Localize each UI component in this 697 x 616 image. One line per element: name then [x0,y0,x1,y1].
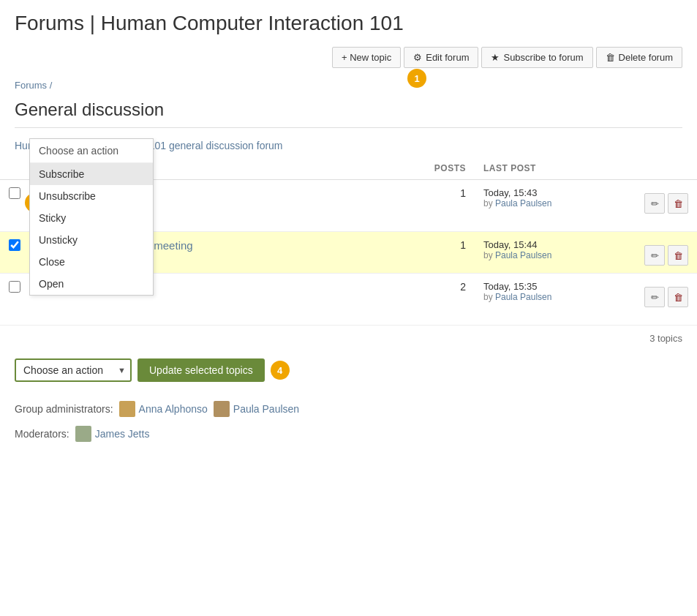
admin2-avatar [214,401,230,417]
badge-4: 4 [271,361,290,380]
col-actions [636,157,697,180]
group-admins: Group administrators: Anna Alphonso Paul… [0,389,697,423]
row2-checkbox-cell [0,232,29,274]
bottom-toolbar: Choose an action Subscribe Unsubscribe S… [0,351,697,389]
row2-checkbox[interactable] [9,239,20,251]
row3-edit-button[interactable]: ✏ [644,287,665,307]
breadcrumb-forums-link[interactable]: Forums [15,80,47,91]
moderators-label: Moderators: [15,428,69,440]
dropdown-item-subscribe[interactable]: Subscribe [30,163,153,185]
dropdown-item-open[interactable]: Open [30,273,153,295]
row3-checkbox-cell [0,274,29,326]
admin1-avatar [119,401,135,417]
new-topic-button[interactable]: + New topic [332,47,401,68]
row3-lastpost-author-link[interactable]: Paula Paulsen [495,292,551,302]
breadcrumb: Forums / [0,74,697,97]
action-select[interactable]: Choose an action Subscribe Unsubscribe S… [15,358,132,382]
row2-lastpost-author-link[interactable]: Paula Paulsen [495,250,551,260]
dropdown-item-unsubscribe[interactable]: Unsubscribe [30,185,153,207]
moderator1-link[interactable]: James Jetts [95,428,150,440]
row1-action-cell: ✏ 🗑 [636,180,697,232]
dropdown-header: Choose an action [30,139,153,163]
trash-icon: 🗑 [606,52,615,63]
row2-action-cell: ✏ 🗑 [636,232,697,274]
row1-lastpost: Today, 15:43 by Paula Paulsen [475,180,636,232]
row3-action-cell: ✏ 🗑 [636,274,697,326]
group-admins-label: Group administrators: [15,403,113,415]
moderator-item-1: James Jetts [75,426,150,442]
row2-posts: 1 [416,232,475,274]
admin-item-2: Paula Paulsen [214,401,299,417]
row1-delete-button[interactable]: 🗑 [668,193,688,214]
moderator1-avatar [75,426,91,442]
dropdown-item-unsticky[interactable]: Unsticky [30,229,153,251]
topics-table: TOPIC POSTS LAST POST 2 ★ First trial by… [0,157,697,326]
page-title: Forums | Human Computer Interaction 101 [15,12,682,35]
row1-edit-button[interactable]: ✏ [644,193,665,214]
topics-count: 3 topics [0,326,697,351]
admin1-link[interactable]: Anna Alphonso [139,403,208,415]
update-selected-button[interactable]: Update selected topics [137,358,265,382]
star-icon: ★ [491,52,500,63]
row2-lastpost: Today, 15:44 by Paula Paulsen [475,232,636,274]
row3-delete-button[interactable]: 🗑 [668,287,688,307]
delete-forum-button[interactable]: 🗑 Delete forum [596,47,682,68]
section-title: General discussion [0,97,697,127]
row1-checkbox[interactable] [9,187,20,199]
col-posts: POSTS [416,157,475,180]
edit-forum-button[interactable]: ⚙ Edit forum [404,47,478,68]
page-header: Forums | Human Computer Interaction 101 … [0,0,697,74]
table-row: Choose an action Subscribe Unsubscribe S… [0,274,697,326]
dropdown-item-close[interactable]: Close [30,251,153,273]
row3-posts: 2 [416,274,475,326]
action-select-wrapper: Choose an action Subscribe Unsubscribe S… [15,358,132,382]
toolbar: + New topic ⚙ Edit forum ★ Subscribe to … [0,41,697,74]
row3-checkbox[interactable] [9,281,20,293]
row1-posts: 1 [416,180,475,232]
admin-item-1: Anna Alphonso [119,401,208,417]
moderators: Moderators: James Jetts [0,423,697,454]
col-lastpost: LAST POST [475,157,636,180]
subscribe-forum-button[interactable]: ★ Subscribe to forum [481,47,592,68]
col-checkbox [0,157,29,180]
admin2-link[interactable]: Paula Paulsen [233,403,299,415]
badge-1: 1 [407,69,426,88]
dropdown-item-sticky[interactable]: Sticky [30,207,153,229]
row3-lastpost: Today, 15:35 by Paula Paulsen [475,274,636,326]
gear-icon: ⚙ [413,52,422,63]
row3-topic-cell: Choose an action Subscribe Unsubscribe S… [29,274,416,326]
dropdown-menu: Choose an action Subscribe Unsubscribe S… [29,138,154,296]
row1-lastpost-author-link[interactable]: Paula Paulsen [495,198,551,209]
row2-edit-button[interactable]: ✏ [644,245,665,266]
row2-delete-button[interactable]: 🗑 [668,245,688,266]
